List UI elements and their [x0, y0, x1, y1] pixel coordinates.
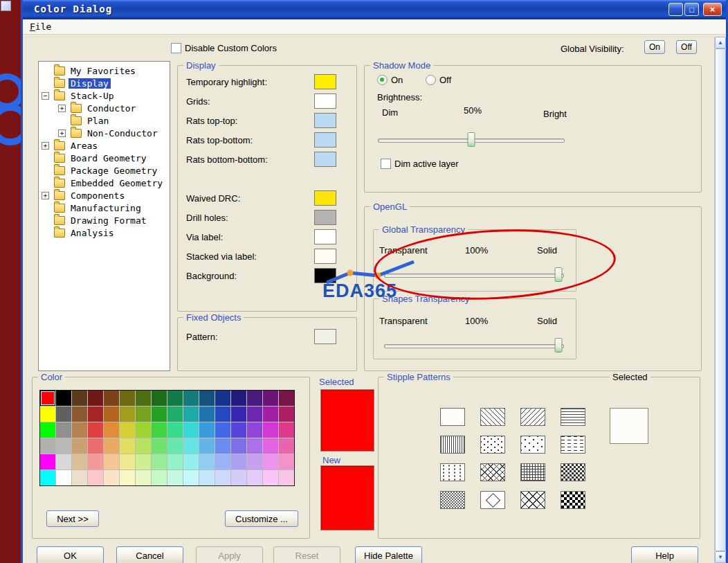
- palette-color[interactable]: [215, 406, 230, 422]
- palette-color[interactable]: [152, 438, 167, 454]
- palette-color[interactable]: [88, 406, 103, 422]
- scroll-up-button[interactable]: ▲: [715, 37, 726, 48]
- palette-color[interactable]: [183, 391, 199, 406]
- color-swatch-button[interactable]: [314, 93, 336, 109]
- palette-color[interactable]: [231, 438, 246, 454]
- palette-color[interactable]: [120, 438, 135, 454]
- palette-color[interactable]: [247, 391, 262, 406]
- palette-color[interactable]: [215, 470, 230, 485]
- palette-color[interactable]: [263, 422, 278, 438]
- palette-color[interactable]: [215, 422, 230, 438]
- palette-color[interactable]: [215, 438, 230, 454]
- palette-color[interactable]: [215, 391, 230, 406]
- palette-color[interactable]: [40, 454, 55, 470]
- palette-color[interactable]: [231, 454, 246, 470]
- palette-color[interactable]: [263, 454, 278, 470]
- hide-palette-button[interactable]: Hide Palette: [355, 546, 422, 563]
- palette-color[interactable]: [167, 422, 183, 438]
- palette-color[interactable]: [199, 438, 215, 454]
- slider-thumb[interactable]: [555, 338, 563, 352]
- palette-color[interactable]: [136, 406, 151, 422]
- maximize-button[interactable]: □: [684, 3, 699, 16]
- palette-color[interactable]: [279, 391, 294, 406]
- cancel-button[interactable]: Cancel: [116, 546, 183, 563]
- palette-color[interactable]: [199, 406, 215, 422]
- shapes-transparency-slider[interactable]: [384, 338, 564, 353]
- palette-color[interactable]: [167, 406, 183, 422]
- palette-color[interactable]: [279, 422, 294, 438]
- stipple-pattern-blank[interactable]: [440, 408, 465, 426]
- color-swatch-button[interactable]: [314, 190, 336, 206]
- stipple-pattern-fine-checker[interactable]: [440, 491, 465, 509]
- stipple-pattern-v-lines[interactable]: [440, 436, 465, 454]
- tree-expander-plus-icon[interactable]: +: [42, 192, 49, 199]
- tree-expander-plus-icon[interactable]: +: [58, 105, 66, 112]
- palette-color[interactable]: [247, 438, 262, 454]
- palette-color[interactable]: [167, 454, 183, 470]
- palette-color[interactable]: [104, 438, 119, 454]
- menu-file[interactable]: File: [30, 21, 51, 32]
- palette-color[interactable]: [72, 454, 87, 470]
- palette-color[interactable]: [263, 391, 278, 406]
- palette-color[interactable]: [167, 470, 183, 485]
- stipple-pattern-bold-checker[interactable]: [561, 491, 585, 509]
- palette-color[interactable]: [152, 391, 167, 406]
- slider-track[interactable]: [384, 344, 564, 348]
- palette-color[interactable]: [199, 470, 215, 485]
- color-swatch-button[interactable]: [314, 113, 336, 128]
- palette-color[interactable]: [40, 391, 55, 406]
- next-button[interactable]: Next >>: [46, 510, 99, 527]
- color-swatch-button[interactable]: [314, 132, 336, 148]
- palette-color[interactable]: [88, 391, 103, 406]
- palette-color[interactable]: [104, 406, 119, 422]
- stipple-pattern-diag-lattice[interactable]: [520, 491, 545, 509]
- palette-color[interactable]: [263, 470, 278, 485]
- tree-item-embedded-geometry[interactable]: Embedded Geometry: [39, 177, 170, 189]
- palette-color[interactable]: [215, 454, 230, 470]
- palette-color[interactable]: [120, 454, 135, 470]
- color-swatch-button[interactable]: [314, 229, 336, 244]
- palette-color[interactable]: [136, 470, 151, 485]
- palette-color[interactable]: [263, 406, 278, 422]
- stipple-pattern-dot-triads[interactable]: [480, 436, 505, 454]
- palette-color[interactable]: [72, 438, 87, 454]
- palette-color[interactable]: [56, 422, 71, 438]
- palette-color[interactable]: [56, 454, 71, 470]
- palette-color[interactable]: [40, 422, 55, 438]
- tree-item-manufacturing[interactable]: Manufacturing: [39, 202, 170, 214]
- palette-color[interactable]: [104, 422, 119, 438]
- palette-color[interactable]: [247, 422, 262, 438]
- tree-item-stack-up[interactable]: −Stack-Up: [39, 89, 170, 102]
- scrollbar-thumb[interactable]: [715, 48, 726, 551]
- palette-color[interactable]: [136, 438, 151, 454]
- palette-color[interactable]: [120, 391, 135, 406]
- shadow-on-radio[interactable]: On: [377, 75, 403, 85]
- slider-thumb[interactable]: [555, 267, 563, 282]
- palette-color[interactable]: [56, 470, 71, 485]
- color-swatch-button[interactable]: [314, 74, 336, 89]
- palette-color[interactable]: [88, 438, 103, 454]
- palette-color[interactable]: [231, 470, 246, 485]
- stipple-pattern-diamond[interactable]: [480, 491, 505, 509]
- tree-item-components[interactable]: +Components: [39, 189, 170, 202]
- palette-color[interactable]: [56, 406, 71, 422]
- app-icon[interactable]: [1, 1, 11, 11]
- palette-color[interactable]: [136, 391, 151, 406]
- palette-color[interactable]: [152, 406, 167, 422]
- stipple-pattern-x-hatch[interactable]: [480, 463, 505, 481]
- palette-color[interactable]: [167, 391, 183, 406]
- dim-active-layer-checkbox[interactable]: Dim active layer: [381, 159, 458, 169]
- tree-item-plan[interactable]: Plan: [39, 114, 170, 127]
- palette-color[interactable]: [72, 406, 87, 422]
- palette-color[interactable]: [120, 470, 135, 485]
- minimize-button[interactable]: _: [668, 3, 683, 16]
- palette-color[interactable]: [72, 422, 87, 438]
- palette-color[interactable]: [183, 406, 199, 422]
- tree-item-my-favorites[interactable]: My Favorites: [39, 64, 170, 77]
- brightness-slider[interactable]: [378, 132, 565, 148]
- help-button[interactable]: Help: [631, 546, 698, 563]
- palette-color[interactable]: [247, 454, 262, 470]
- stipple-pattern-h-lines[interactable]: [561, 408, 585, 426]
- palette-color[interactable]: [279, 406, 294, 422]
- stipple-pattern-dashes[interactable]: [561, 436, 585, 454]
